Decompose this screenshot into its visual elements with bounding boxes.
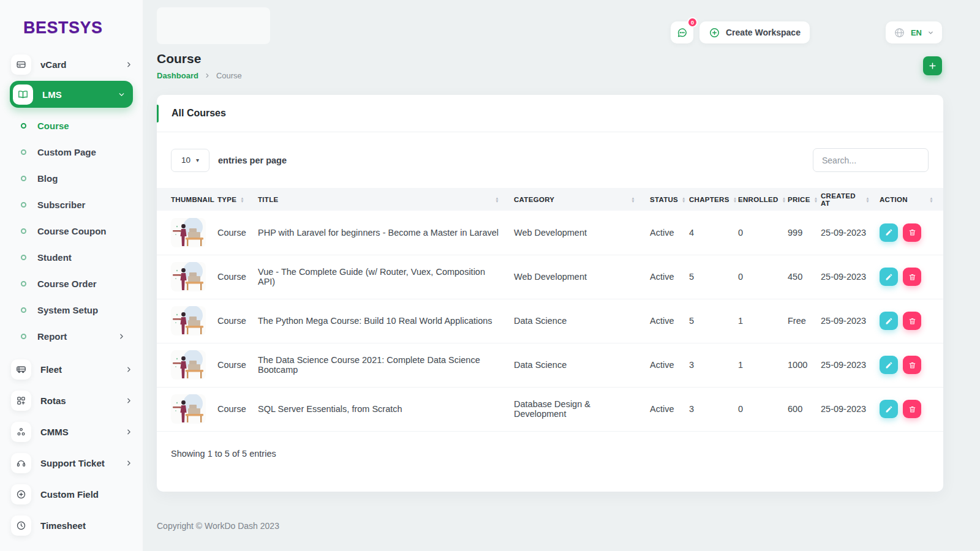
sidebar-item-course[interactable]: Course: [0, 113, 143, 139]
bullet-icon: [21, 281, 26, 287]
sort-icon: ▲▼: [929, 197, 933, 203]
sort-icon: ▲▼: [865, 197, 870, 203]
pencil-icon: [885, 273, 893, 281]
pencil-icon: [885, 361, 893, 369]
cell-price: 999: [783, 211, 816, 255]
language-selector[interactable]: EN: [886, 21, 942, 43]
col-header-status[interactable]: Status▲▼: [645, 188, 684, 211]
table-summary: Showing 1 to 5 of 5 entries: [157, 432, 943, 485]
sidebar-item-support-ticket[interactable]: Support Ticket: [11, 451, 133, 474]
sort-icon: ▲▼: [814, 197, 818, 203]
bullet-icon: [21, 123, 26, 129]
book-icon: [13, 84, 33, 105]
cell-title: SQL Server Essentials, from Scratch: [253, 387, 509, 431]
sidebar-item-label: Student: [37, 252, 72, 263]
col-header-title[interactable]: Title▲▼: [253, 188, 509, 211]
table-row: Course SQL Server Essentials, from Scrat…: [157, 387, 943, 431]
col-header-created-at[interactable]: Created At▲▼: [816, 188, 875, 211]
pencil-icon: [885, 317, 893, 325]
cell-category: Data Science: [509, 299, 645, 343]
sidebar-item-label: Rotas: [40, 395, 66, 406]
delete-button[interactable]: [903, 400, 921, 418]
sidebar-item-fleet[interactable]: Fleet: [11, 358, 133, 381]
edit-button[interactable]: [880, 268, 898, 286]
cell-category: Database Design & Development: [509, 387, 645, 431]
delete-button[interactable]: [903, 356, 921, 374]
col-header-category[interactable]: Category▲▼: [509, 188, 645, 211]
sidebar-item-label: Course: [37, 121, 69, 131]
edit-button[interactable]: [880, 356, 898, 374]
edit-button[interactable]: [880, 223, 898, 242]
sidebar-item-label: System Setup: [37, 305, 98, 315]
cell-enrolled: 0: [733, 211, 783, 255]
col-header-action[interactable]: Action▲▼: [875, 188, 943, 211]
edit-button[interactable]: [880, 312, 898, 330]
pencil-icon: [885, 228, 893, 236]
cell-category: Data Science: [509, 343, 645, 387]
breadcrumb: Dashboard Course: [157, 71, 242, 80]
sidebar-item-label: Custom Page: [37, 147, 96, 157]
bullet-icon: [21, 307, 26, 313]
delete-button[interactable]: [903, 312, 921, 330]
trash-icon: [908, 405, 916, 413]
cell-status: Active: [645, 387, 684, 431]
cell-price: 1000: [783, 343, 816, 387]
headset-icon: [11, 453, 31, 473]
bullet-icon: [21, 202, 26, 208]
sidebar-item-custom-field[interactable]: Custom Field: [11, 482, 133, 506]
bullet-icon: [21, 334, 26, 339]
cell-enrolled: 0: [733, 255, 783, 299]
sidebar-item-label: LMS: [42, 89, 62, 100]
delete-button[interactable]: [903, 223, 921, 242]
breadcrumb-dashboard-link[interactable]: Dashboard: [157, 71, 198, 80]
sidebar-item-timesheet[interactable]: Timesheet: [11, 514, 133, 537]
cell-title: PHP with Laravel for beginners - Become …: [253, 211, 509, 255]
topbar-search-area: [157, 7, 270, 44]
sidebar-item-label: Report: [37, 331, 67, 342]
sort-icon: ▲▼: [240, 197, 244, 203]
delete-button[interactable]: [903, 268, 921, 286]
search-input[interactable]: [813, 148, 929, 172]
sort-icon: ▲▼: [631, 197, 635, 203]
cell-chapters: 5: [684, 255, 733, 299]
trash-icon: [908, 361, 916, 369]
cell-price: 600: [783, 387, 816, 431]
entries-per-page-select[interactable]: 10 ▾: [171, 149, 209, 172]
cell-category: Web Development: [509, 211, 645, 255]
sidebar-item-rotas[interactable]: Rotas: [11, 389, 133, 412]
sidebar-item-vcard[interactable]: vCard: [11, 53, 133, 76]
col-header-thumbnail[interactable]: Thumbnail▲▼: [157, 188, 213, 211]
create-workspace-button[interactable]: Create Workspace: [699, 21, 810, 43]
sort-icon: ▲▼: [733, 197, 737, 203]
sort-icon: ▲▼: [495, 197, 499, 203]
sidebar-item-course-order[interactable]: Course Order: [0, 271, 143, 297]
col-header-chapters[interactable]: Chapters▲▼: [684, 188, 733, 211]
col-header-type[interactable]: Type▲▼: [213, 188, 253, 211]
cell-chapters: 3: [684, 343, 733, 387]
cell-status: Active: [645, 299, 684, 343]
chevron-down-icon: ▾: [196, 157, 199, 163]
globe-icon: [894, 27, 905, 39]
course-thumbnail: [171, 394, 206, 424]
sidebar-item-subscriber[interactable]: Subscriber: [0, 192, 143, 218]
sidebar-item-report[interactable]: Report: [0, 323, 143, 350]
table-row: Course Vue - The Complete Guide (w/ Rout…: [157, 255, 943, 299]
bullet-icon: [21, 228, 26, 234]
edit-button[interactable]: [880, 400, 898, 418]
col-header-price[interactable]: Price▲▼: [783, 188, 816, 211]
add-course-button[interactable]: [923, 56, 942, 75]
col-header-enrolled[interactable]: Enrolled▲▼: [733, 188, 783, 211]
cell-type: Course: [213, 211, 253, 255]
sidebar-item-system-setup[interactable]: System Setup: [0, 297, 143, 323]
vehicle-icon: [11, 359, 31, 380]
sidebar-item-course-coupon[interactable]: Course Coupon: [0, 218, 143, 244]
sidebar-item-label: Course Coupon: [37, 226, 107, 236]
messages-button[interactable]: 0: [671, 21, 693, 43]
sidebar-item-lms[interactable]: LMS: [10, 81, 133, 108]
sidebar-item-label: Custom Field: [40, 489, 99, 500]
sidebar-item-student[interactable]: Student: [0, 244, 143, 271]
sidebar-item-blog[interactable]: Blog: [0, 165, 143, 192]
sidebar-item-custom-page[interactable]: Custom Page: [0, 139, 143, 165]
cell-title: The Python Mega Course: Build 10 Real Wo…: [253, 299, 509, 343]
sidebar-item-cmms[interactable]: CMMS: [11, 420, 133, 443]
